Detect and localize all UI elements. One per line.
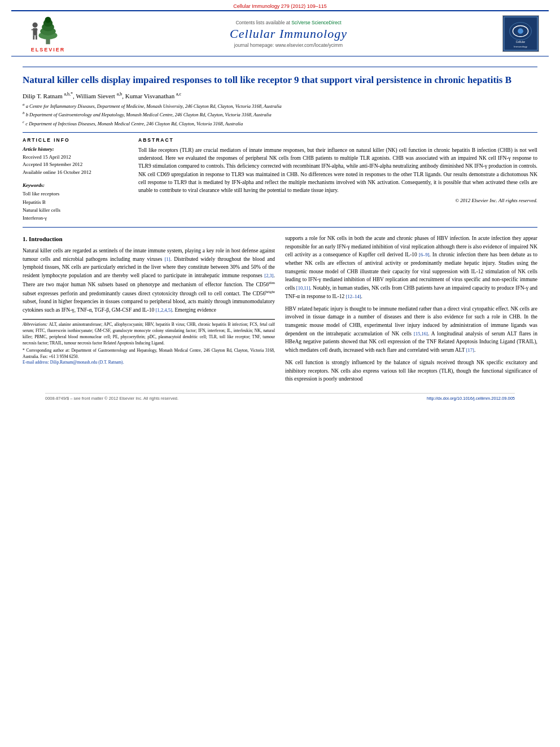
accepted-date: Accepted 18 September 2012 bbox=[23, 161, 127, 169]
footnote-area: Abbreviations: ALT, alanine aminotransfe… bbox=[23, 319, 275, 366]
body-col-left: 1. Introduction Natural killer cells are… bbox=[23, 234, 275, 387]
affiliation-b: b b Department of Gastroenterology and H… bbox=[23, 111, 537, 119]
corresponding-note: * Corresponding author at: Department of… bbox=[23, 348, 275, 360]
corresponding-title: * Corresponding author at: bbox=[23, 348, 70, 353]
svg-point-7 bbox=[33, 23, 38, 28]
issn-text: 0008-8749/$ – see front matter © 2012 El… bbox=[45, 396, 178, 401]
svg-rect-10 bbox=[35, 29, 38, 30]
journal-homepage: journal homepage: www.elsevier.com/locat… bbox=[85, 42, 492, 48]
journal-title: Cellular Immunology bbox=[85, 27, 492, 41]
svg-rect-9 bbox=[32, 29, 34, 30]
keyword-1: Toll like receptors bbox=[23, 190, 127, 198]
header-banner: ELSEVIER Contents lists available at Sci… bbox=[11, 10, 549, 56]
article-title: Natural killer cells display impaired re… bbox=[23, 74, 537, 87]
page-wrapper: Cellular Immunology 279 (2012) 109–115 bbox=[0, 0, 560, 409]
svg-point-6 bbox=[45, 17, 51, 23]
journal-logo-icon: Cellular Immunology bbox=[503, 15, 539, 52]
body-divider bbox=[23, 227, 537, 228]
abbrev-title: Abbreviations: bbox=[23, 322, 47, 327]
intro-para-2: supports a role for NK cells in both the… bbox=[285, 234, 537, 301]
keywords-title: Keywords: bbox=[23, 182, 127, 188]
copyright-line: © 2012 Elsevier Inc. All rights reserved… bbox=[138, 198, 537, 203]
email-line: E-mail address: Dilip.Ratnam@monash.edu … bbox=[23, 360, 275, 366]
article-history-title: Article history: bbox=[23, 146, 127, 152]
abstract-text: Toll like receptors (TLR) are crucial me… bbox=[138, 146, 537, 195]
received-date: Received 15 April 2012 bbox=[23, 154, 127, 161]
available-date: Available online 16 October 2012 bbox=[23, 169, 127, 177]
keyword-4: Interferon-γ bbox=[23, 214, 127, 222]
svg-text:Cellular: Cellular bbox=[515, 41, 525, 43]
article-info-col: ARTICLE INFO Article history: Received 1… bbox=[23, 137, 127, 222]
email-suffix: (D.T. Ratnam). bbox=[98, 360, 124, 365]
article-content: Natural killer cells display impaired re… bbox=[0, 56, 560, 409]
header-center: Contents lists available at SciVerse Sci… bbox=[85, 20, 492, 48]
intro-title: 1. Introduction bbox=[23, 234, 275, 244]
body-content: 1. Introduction Natural killer cells are… bbox=[23, 234, 537, 387]
journal-ref: Cellular Immunology 279 (2012) 109–115 bbox=[233, 3, 327, 9]
doi-link[interactable]: http://dx.doi.org/10.1016/j.cellimm.2012… bbox=[427, 396, 515, 401]
journal-top-bar: Cellular Immunology 279 (2012) 109–115 bbox=[0, 0, 560, 10]
bottom-bar: 0008-8749/$ – see front matter © 2012 El… bbox=[45, 393, 515, 401]
abbrev-text: ALT, alanine aminotransferase; APC, allo… bbox=[23, 322, 275, 346]
abstract-col: ABSTRACT Toll like receptors (TLR) are c… bbox=[138, 137, 537, 222]
keywords-list: Toll like receptors Hepatitis B Natural … bbox=[23, 190, 127, 222]
title-divider bbox=[23, 67, 537, 67]
affiliation-a: a a Centre for Inflammatory Diseases, De… bbox=[23, 102, 537, 110]
sciverse-link[interactable]: SciVerse ScienceDirect bbox=[291, 20, 341, 25]
intro-para-4: NK cell function is strongly influenced … bbox=[285, 359, 537, 383]
email-label: E-mail address: bbox=[23, 360, 49, 365]
svg-rect-11 bbox=[33, 36, 34, 40]
svg-rect-12 bbox=[36, 36, 37, 40]
intro-para-3: HBV related hepatic injury is thought to… bbox=[285, 305, 537, 355]
email-address[interactable]: Dilip.Ratnam@monash.edu bbox=[50, 360, 98, 365]
intro-para-1: Natural killer cells are regarded as sen… bbox=[23, 247, 275, 314]
keyword-2: Hepatitis B bbox=[23, 198, 127, 206]
svg-point-16 bbox=[518, 28, 523, 34]
elsevier-logo-area: ELSEVIER bbox=[17, 15, 79, 53]
svg-text:Immunology: Immunology bbox=[514, 45, 528, 48]
body-col-right: supports a role for NK cells in both the… bbox=[285, 234, 537, 387]
content-divider bbox=[23, 132, 537, 133]
article-info-header: ARTICLE INFO bbox=[23, 137, 127, 143]
keyword-3: Natural killer cells bbox=[23, 206, 127, 214]
elsevier-tree-icon bbox=[25, 15, 71, 46]
journal-logo-right: Cellular Immunology bbox=[498, 15, 543, 52]
affiliation-c: c c Department of Infectious Diseases, M… bbox=[23, 120, 537, 128]
authors-line: Dilip T. Ratnam a,b,*, William Sievert a… bbox=[23, 91, 537, 99]
journal-logo-box: Cellular Immunology bbox=[502, 15, 539, 52]
elsevier-label: ELSEVIER bbox=[31, 47, 65, 53]
sciverse-line: Contents lists available at SciVerse Sci… bbox=[85, 20, 492, 25]
abstract-header: ABSTRACT bbox=[138, 137, 537, 143]
two-col-section: ARTICLE INFO Article history: Received 1… bbox=[23, 137, 537, 222]
